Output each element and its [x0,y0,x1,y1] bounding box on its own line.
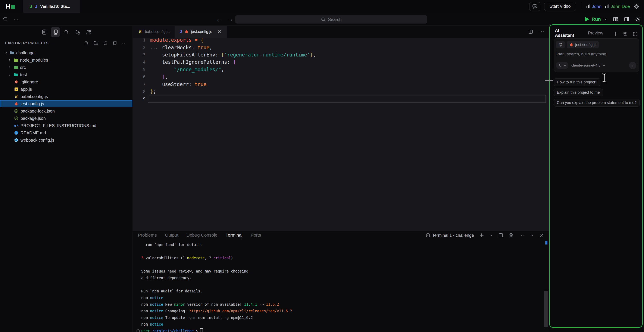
code-text [148,95,546,102]
activity-search-icon[interactable] [62,27,71,37]
svg-text:B: B [139,30,142,34]
back-arrow-icon[interactable]: ← [216,16,222,23]
close-icon[interactable] [217,29,222,34]
expand-icon[interactable] [633,32,638,37]
start-video-label: Start Video [550,4,571,9]
jest-icon [569,43,574,47]
panel-resize-handle[interactable] [545,80,553,81]
app-logo[interactable]: H [0,0,20,13]
mention-chip[interactable]: @ [556,41,565,48]
suggestion-how-to-run[interactable]: How to run this project? [554,78,600,86]
panel-tab-output[interactable]: Output [165,231,178,239]
info-icon [14,131,19,135]
tree-item-PROJECT_FILES_INSTRUCTIONS.md[interactable]: MPROJECT_FILES_INSTRUCTIONS.md [0,122,132,129]
tree-item-package-lock.json[interactable]: JSpackage-lock.json [0,107,132,115]
code-line-8[interactable]: 8}; [133,88,549,95]
tree-item-webpack.config.js[interactable]: webpack.config.js [0,136,132,144]
workspace-tab[interactable]: J J VanillaJS: Sta... [23,0,80,13]
code-line-5[interactable]: 5 "/node_modules/", [133,66,549,73]
collapse-folders-icon[interactable] [112,40,117,46]
presence-user-john-doe[interactable]: John Doe [605,4,630,9]
tab-label: babel.config.js [145,30,170,34]
tab-preview[interactable]: Preview [588,31,603,38]
code-line-7[interactable]: 7 useStderr: true [133,80,549,88]
chevron-down-icon[interactable] [489,233,493,237]
search-input[interactable]: Search [235,16,427,24]
code-line-9[interactable]: 9 [133,95,549,102]
chevron-down-icon [604,17,607,21]
send-button[interactable]: ↑ [629,62,636,69]
forward-arrow-icon[interactable]: → [228,16,233,23]
suggestion-explain-project[interactable]: Explain this project to me [554,89,603,96]
activity-journal-icon[interactable] [40,27,49,37]
suggestion-explain-problem[interactable]: Can you explain the problem statement to… [554,99,640,106]
model-selector[interactable]: claude-sonnet-4.5 [571,63,606,68]
panel-tab-ports[interactable]: Ports [251,231,261,239]
start-video-button[interactable]: Start Video [544,2,576,11]
new-chat-icon[interactable] [613,32,618,37]
terminal-line: Some issues need review, and may require… [141,268,536,274]
panel-tab-problems[interactable]: Problems [138,231,157,239]
webpack-icon [14,138,19,142]
kill-terminal-icon[interactable] [508,233,514,238]
more-actions-icon[interactable] [519,233,524,238]
tree-item-babel.config.js[interactable]: Bbabel.config.js [0,93,132,100]
terminal-title[interactable]: Terminal 1 - challenge [426,233,474,238]
tab-babel-config[interactable]: B babel.config.js [133,26,174,38]
split-editor-icon[interactable] [528,29,533,34]
tab-jest-config[interactable]: J jest.config.js [174,26,227,38]
settings-gear-icon[interactable] [635,17,640,22]
mode-pill[interactable] [556,62,568,69]
split-terminal-icon[interactable] [498,233,504,238]
new-folder-icon[interactable] [93,40,98,46]
terminal-line: Run `npm audit` for details. [141,288,536,294]
npm-icon: JS [14,109,19,113]
more-actions-icon[interactable] [122,40,127,46]
maximize-panel-icon[interactable] [530,233,534,238]
layout-panel-icon[interactable] [624,17,630,22]
presence-user-john[interactable]: John [586,4,602,9]
search-placeholder: Search [328,17,342,22]
chat-button[interactable] [529,2,540,11]
tree-item-challenge[interactable]: challenge [0,49,132,57]
run-button[interactable]: Run [585,17,607,22]
code-line-2[interactable]: 2 clearMocks: true, [133,44,549,51]
new-file-icon[interactable] [84,40,89,46]
tree-item-app.js[interactable]: JSapp.js [0,86,132,93]
terminal-scrollbar[interactable] [544,291,548,327]
layout-grid-icon[interactable] [613,17,618,22]
tree-item-src[interactable]: src [0,64,132,71]
refresh-icon[interactable] [103,40,108,46]
sidebar-toggle-icon[interactable] [2,17,8,22]
code-line-1[interactable]: 1module.exports = { [133,36,549,44]
tree-item-node_modules[interactable]: node_modules [0,57,132,64]
activity-explorer-icon[interactable] [51,27,60,37]
terminal-line [141,248,536,255]
code-line-3[interactable]: 3 setupFilesAfterEnv: ['regenerator-runt… [133,51,549,58]
more-actions-icon[interactable] [13,17,19,22]
tree-item-label: challenge [16,51,34,55]
tree-item-test[interactable]: test [0,71,132,78]
context-file-chip[interactable]: jest.config.js [567,41,599,48]
activity-debug-icon[interactable] [73,27,82,37]
tree-item-README.md[interactable]: README.md [0,129,132,136]
tree-item-jest.config.js[interactable]: jest.config.js [0,100,132,107]
settings-gear-icon[interactable] [634,4,639,9]
chat-bubble-icon [532,4,538,9]
folder-node-icon [13,58,18,62]
code-area[interactable]: 1module.exports = {2 clearMocks: true,3 … [133,36,549,231]
panel-tab-terminal[interactable]: Terminal [226,231,242,239]
code-line-4[interactable]: 4 testPathIgnorePatterns: [ [133,58,549,66]
chat-composer[interactable]: @ jest.config.js Plan, search, build any… [554,38,639,72]
new-terminal-icon[interactable] [479,233,484,238]
more-actions-icon[interactable] [539,29,544,35]
activity-accounts-icon[interactable] [84,27,93,37]
tree-item-package.json[interactable]: JSpackage.json [0,115,132,122]
history-icon[interactable] [623,32,628,37]
close-panel-icon[interactable] [539,233,544,238]
terminal-output[interactable]: run `npm fund` for details3 vulnerabilit… [141,241,536,332]
tree-item-.gitignore[interactable]: .gitignore [0,78,132,86]
editor: B babel.config.js J jest.config.js 1modu… [133,26,549,231]
panel-tab-debug-console[interactable]: Debug Console [186,231,218,239]
code-line-6[interactable]: 6 ], [133,73,549,80]
